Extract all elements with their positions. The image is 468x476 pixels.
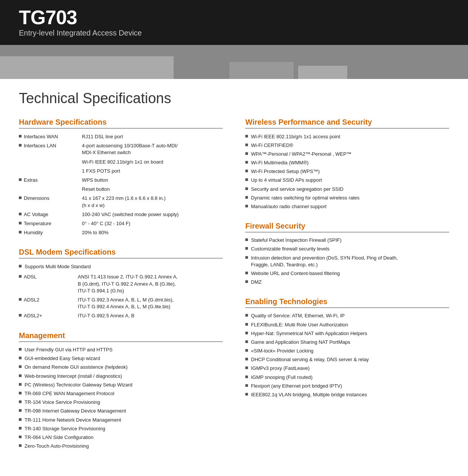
bullet-icon: [245, 152, 248, 155]
hardware-title: Hardware Specifications: [19, 118, 223, 128]
list-item: FLEXIBundLE: Multi Role User Authorizati…: [245, 320, 449, 329]
firewall-title: Firewall Security: [245, 222, 449, 232]
bullet-icon: [245, 144, 248, 146]
bullet-icon: [19, 178, 22, 181]
list-item: User Friendly GUI via HTTP and HTTPS: [19, 346, 223, 354]
list-item: TR-064 LAN Side Configuration: [19, 433, 223, 442]
list-item: Up to 4 virtual SSID APs support: [245, 176, 449, 185]
bullet-icon: [19, 275, 22, 278]
product-subtitle: Entry-level Integrated Access Device: [19, 29, 449, 37]
spec-value: WPS button: [82, 176, 223, 185]
bullet-icon: [245, 376, 248, 378]
bullet-icon: [245, 161, 248, 164]
list-item: Zero-Touch Auto-Provisioning: [19, 442, 223, 451]
list-item: PC (Wireless) Technicolor Gateway Setup …: [19, 380, 223, 389]
bullet-icon: [19, 444, 22, 447]
banner: [0, 45, 468, 79]
left-column: Hardware Specifications Interfaces WANRJ…: [19, 118, 223, 461]
spec-label: [19, 158, 82, 167]
spec-value: 41 x 167 x 223 mm (1.6 x 6.6 x 8.8 in.) …: [82, 194, 223, 210]
table-row: Dimensions41 x 167 x 223 mm (1.6 x 6.6 x…: [19, 194, 223, 210]
bullet-icon: [245, 178, 248, 181]
spec-value: RJ11 DSL line port: [82, 132, 223, 141]
bullet-icon: [245, 358, 248, 360]
bullet-icon: [19, 298, 22, 301]
list-item: Manual/auto radio channel support: [245, 202, 449, 211]
list-item: WPA™-Personal / WPA2™-Personal , WEP™: [245, 150, 449, 158]
list-item: Wi-Fi Multimedia (WMM®): [245, 159, 449, 167]
spec-value: 0° - 40° C (32 - 104 F): [82, 219, 223, 228]
spec-value: ITU-T G.992.3 Annex A, B, L, M (G.dmt.bi…: [78, 295, 223, 311]
bullet-icon: [245, 393, 248, 396]
list-item: Stateful Packet Inspection Firewall (SPI…: [245, 236, 449, 245]
wireless-list: Wi-Fi IEEE 802.11b/g/n 1x1 access pointW…: [245, 132, 449, 211]
wireless-title: Wireless Performance and Security: [245, 118, 449, 128]
list-item: Customizable firewall security levels: [245, 245, 449, 253]
enabling-list: Quality of Service: ATM, Ethernet, Wi-Fi…: [245, 312, 449, 399]
spec-label: Extras: [19, 176, 82, 185]
bullet-icon: [245, 247, 248, 250]
bullet-icon: [245, 135, 248, 138]
bullet-icon: [19, 392, 22, 394]
product-title: TG703: [19, 8, 449, 27]
spec-label: ADSL2: [19, 295, 78, 311]
list-item: GUI-embedded Easy Setup wizard: [19, 354, 223, 363]
spec-label: Temperature: [19, 219, 82, 228]
spec-label: ADSL2+: [19, 311, 78, 320]
list-item: TR-104 Voice Service Provisioning: [19, 398, 223, 407]
bullet-icon: [19, 374, 22, 377]
spec-label: ADSL: [19, 272, 78, 295]
bullet-icon: [19, 357, 22, 359]
bullet-icon: [19, 383, 22, 386]
bullet-icon: [245, 366, 248, 369]
list-item: «SIM-lock» Provider Locking: [245, 347, 449, 355]
bullet-icon: [19, 314, 22, 317]
banner-block-1: [0, 56, 174, 79]
bullet-icon: [19, 427, 22, 430]
bullet-icon: [245, 384, 248, 387]
table-row: AC Voltage100-240 VAC (switched mode pow…: [19, 210, 223, 219]
list-item: IGMP snooping (Full routed): [245, 373, 449, 382]
bullet-icon: [245, 196, 248, 199]
table-row: Temperature0° - 40° C (32 - 104 F): [19, 219, 223, 228]
bullet-icon: [245, 238, 248, 241]
table-row: Interfaces LAN4-port autosensing 10/100B…: [19, 141, 223, 157]
spec-value: 20% to 80%: [82, 228, 223, 237]
enabling-section: Enabling Technologies Quality of Service…: [245, 297, 449, 399]
spec-label: Interfaces LAN: [19, 141, 82, 157]
list-item: Quality of Service: ATM, Ethernet, Wi-Fi…: [245, 312, 449, 320]
list-item: TR-069 CPE WAN Management Protocol: [19, 389, 223, 398]
bullet-icon: [19, 365, 22, 368]
list-item: TR-098 Internet Gateway Device Managemen…: [19, 407, 223, 416]
bullet-icon: [245, 280, 248, 283]
table-row: ADSL2+ITU-T G.992.5 Annex A, B: [19, 311, 223, 320]
table-row: 1 FXS POTS port: [19, 167, 223, 176]
list-item: Wi-Fi Protected Setup (WPS™): [245, 167, 449, 176]
firewall-list: Stateful Packet Inspection Firewall (SPI…: [245, 236, 449, 287]
page-title: Technical Specifications: [19, 90, 449, 107]
banner-block-2: [229, 62, 294, 79]
table-row: Interfaces WANRJ11 DSL line port: [19, 132, 223, 141]
list-item: Website URL and Content-based filtering: [245, 269, 449, 278]
bullet-icon: [245, 170, 248, 172]
bullet-icon: [245, 314, 248, 317]
bullet-icon: [19, 196, 22, 199]
list-item: Dynamic rates switching for optimal wire…: [245, 193, 449, 202]
spec-value: Reset button: [82, 185, 223, 194]
spec-value: 1 FXS POTS port: [82, 167, 223, 176]
table-row: Reset button: [19, 185, 223, 194]
spec-label: [19, 185, 82, 194]
list-item: Intrusion detection and prevention (DoS,…: [245, 253, 449, 269]
list-item: Hyper-Nat: Symmetrical NAT with Applicat…: [245, 329, 449, 338]
hardware-section: Hardware Specifications Interfaces WANRJ…: [19, 118, 223, 237]
list-item: TR-140 Storage Service Provisioning: [19, 424, 223, 433]
firewall-section: Firewall Security Stateful Packet Inspec…: [245, 222, 449, 287]
list-item: TR-111 Home Network Device Management: [19, 416, 223, 424]
spec-label: [19, 167, 82, 176]
main-content: Technical Specifications Hardware Specif…: [0, 79, 468, 476]
bullet-icon: [245, 272, 248, 274]
dsl-title: DSL Modem Specifications: [19, 248, 223, 258]
management-section: Management User Friendly GUI via HTTP an…: [19, 331, 223, 451]
bullet-icon: [19, 400, 22, 403]
two-column-layout: Hardware Specifications Interfaces WANRJ…: [19, 118, 449, 461]
